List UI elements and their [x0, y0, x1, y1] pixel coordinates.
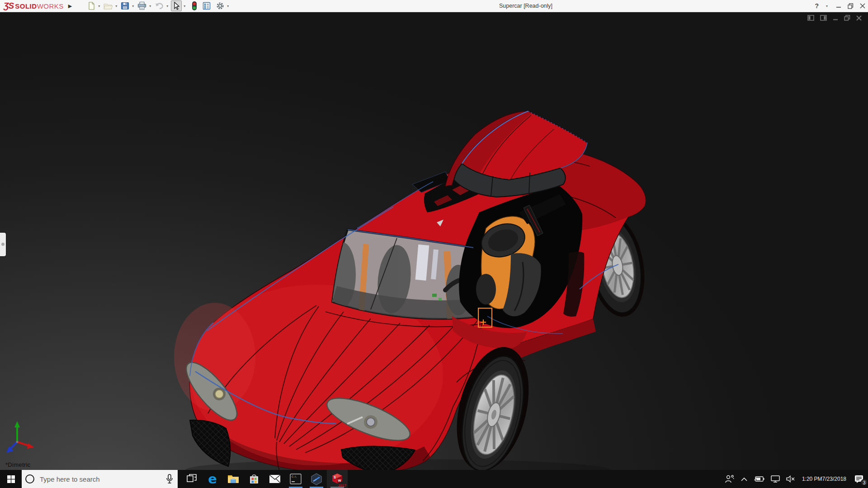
doc-minimize-button[interactable] [833, 15, 838, 21]
traffic-light-icon [191, 1, 198, 11]
edrawings-button[interactable] [306, 470, 327, 488]
restore-button[interactable] [848, 3, 854, 9]
titlebar: ƷS SOLID WORKS ▶ ▾ ▾ [0, 0, 868, 12]
edge-button[interactable]: e [202, 470, 223, 488]
doc-close-button[interactable] [856, 15, 862, 21]
start-button[interactable] [0, 470, 22, 488]
taskbar: e [0, 470, 868, 488]
undo-arrow-icon [154, 1, 164, 10]
file-explorer-button[interactable] [223, 470, 244, 488]
solidworks-taskbar-button[interactable]: S W 2017 [327, 470, 348, 488]
cortana-icon [25, 474, 34, 483]
volume-button[interactable] [783, 470, 798, 488]
select-tool-button[interactable] [171, 0, 182, 11]
minimize-button[interactable] [836, 3, 841, 9]
feature-tree-flyout-tab[interactable] [0, 233, 6, 256]
microphone-icon[interactable] [166, 474, 173, 484]
tray-overflow-button[interactable] [738, 470, 750, 488]
help-dropdown[interactable]: ▾ [826, 4, 828, 8]
front-grille-left [190, 420, 230, 466]
new-document-icon [87, 1, 96, 10]
open-button[interactable] [103, 0, 113, 11]
document-title: Supercar [Read-only] [499, 0, 552, 12]
properties-list-icon [202, 1, 211, 10]
select-cursor-icon [172, 1, 181, 10]
mail-icon [269, 474, 281, 483]
store-icon [249, 474, 259, 484]
command-prompt-button[interactable]: C:\ [285, 470, 306, 488]
document-window-controls [807, 15, 862, 21]
network-button[interactable] [768, 470, 783, 488]
minimize-icon [836, 3, 841, 9]
undo-button[interactable] [154, 0, 165, 11]
taskbar-search[interactable] [22, 470, 178, 488]
app-window-controls: ? ▾ [815, 0, 865, 12]
network-icon [771, 475, 780, 483]
clock-date: 7/23/2018 [822, 476, 846, 482]
people-button[interactable] [722, 470, 738, 488]
clock[interactable]: 1:20 PM 7/23/2018 [798, 470, 850, 488]
battery-charging-icon [754, 476, 764, 482]
flyout-dot-icon [1, 243, 5, 246]
clock-time: 1:20 PM [802, 476, 822, 482]
car-model [174, 111, 652, 470]
pane-right-button[interactable] [820, 15, 827, 21]
open-folder-icon [103, 1, 113, 10]
task-view-icon [187, 474, 197, 484]
mail-button[interactable] [264, 470, 285, 488]
options-button[interactable] [215, 0, 225, 11]
edge-icon: e [208, 473, 217, 486]
pane-left-button[interactable] [807, 15, 814, 21]
rebuild-button[interactable] [191, 0, 198, 11]
notification-badge: 3 [861, 479, 868, 486]
model-scene [0, 12, 868, 470]
task-view-button[interactable] [181, 470, 202, 488]
new-document-button[interactable] [86, 0, 96, 11]
graphics-viewport[interactable]: *Dimetric [0, 12, 868, 470]
view-orientation-label: *Dimetric [5, 461, 30, 468]
ds-logo-glyph: ƷS [4, 1, 14, 11]
store-button[interactable] [244, 470, 264, 488]
close-button[interactable] [860, 3, 865, 9]
doc-restore-button[interactable] [844, 15, 850, 21]
system-tray: 1:20 PM 7/23/2018 3 [722, 470, 868, 488]
svg-text:W: W [338, 479, 342, 483]
volume-muted-icon [786, 475, 795, 483]
file-properties-button[interactable] [202, 0, 212, 11]
quick-access-toolbar: ▾ ▾ ▾ [86, 0, 231, 11]
desktop: ƷS SOLID WORKS ▶ ▾ ▾ [0, 0, 868, 488]
restore-icon [848, 3, 854, 9]
svg-text:C:\: C:\ [292, 475, 297, 478]
command-prompt-icon: C:\ [290, 474, 302, 484]
file-explorer-icon [227, 474, 239, 484]
help-button[interactable]: ? [815, 2, 819, 9]
windows-logo-icon [7, 475, 15, 483]
battery-button[interactable] [750, 470, 768, 488]
chevron-up-icon [741, 477, 747, 481]
save-button[interactable] [120, 0, 130, 11]
solidworks-logo: ƷS SOLID WORKS [4, 1, 64, 11]
close-icon [860, 3, 865, 9]
action-center-button[interactable]: 3 [850, 470, 868, 488]
print-icon [137, 1, 147, 10]
search-input[interactable] [40, 475, 166, 483]
people-icon [725, 474, 735, 483]
svg-text:S: S [334, 475, 336, 479]
save-floppy-icon [120, 1, 130, 10]
print-button[interactable] [137, 0, 147, 11]
orientation-triad [6, 421, 34, 453]
menu-flyout-arrow-icon[interactable]: ▶ [68, 3, 72, 9]
edrawings-hexagon-icon [311, 473, 322, 485]
gear-icon [216, 1, 225, 10]
